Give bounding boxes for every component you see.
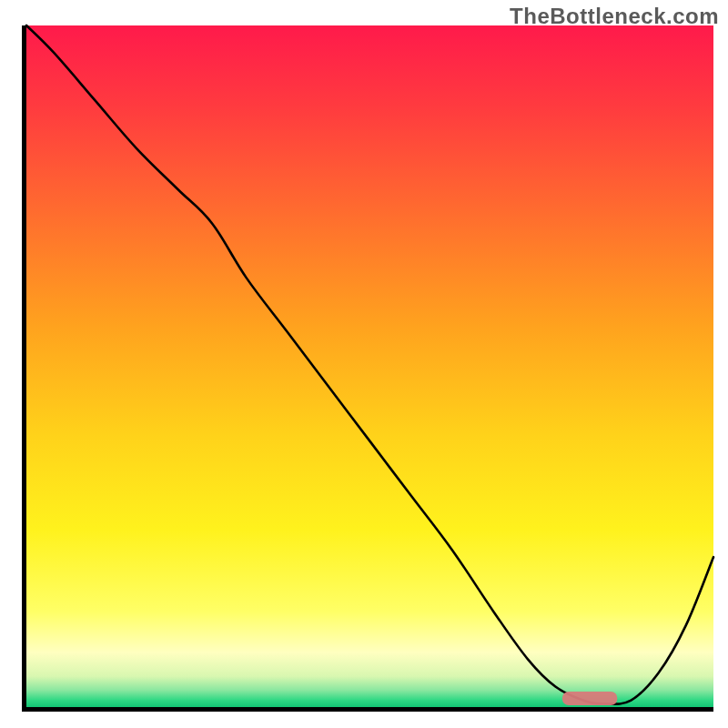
plot-area [22, 25, 713, 712]
watermark-text: TheBottleneck.com [510, 4, 719, 29]
axes-frame [22, 25, 713, 712]
chart-container: TheBottleneck.com [0, 0, 728, 728]
